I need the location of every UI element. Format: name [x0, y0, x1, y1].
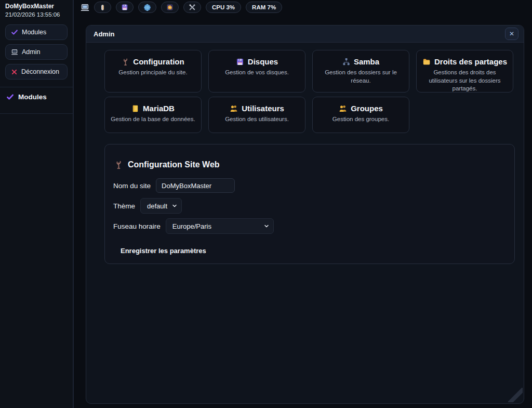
check-icon: [6, 93, 14, 101]
admin-window: Admin ✕ Configuration Gestion principale…: [86, 25, 524, 404]
card-title-text: Groupes: [351, 104, 383, 113]
computer-icon: [11, 48, 18, 56]
floppy-disk-icon: [121, 4, 128, 11]
cards-row-2: MariaDB Gestion de la base de données. U…: [104, 97, 515, 133]
card-subtitle: Gestion de la base de données.: [109, 115, 197, 124]
thermometer-button[interactable]: [94, 2, 111, 13]
sidebar-divider: [0, 113, 73, 114]
theme-label: Thème: [113, 202, 135, 210]
window-titlebar[interactable]: Admin ✕: [86, 25, 524, 43]
card-title-text: Samba: [354, 57, 379, 66]
card-subtitle: Gestion de vos disques.: [213, 69, 301, 77]
branch-icon: [114, 160, 123, 169]
card-title: Disques: [213, 57, 301, 66]
card-configuration[interactable]: Configuration Gestion principale du site…: [104, 50, 202, 93]
card-subtitle: Gestion principale du site.: [109, 69, 197, 77]
sidebar-item-label: Déconnexion: [21, 68, 59, 75]
globe-icon: [143, 4, 151, 11]
card-title: Droits des partages: [421, 57, 509, 66]
tools-icon: [189, 4, 196, 11]
timezone-select[interactable]: Europe/Paris: [166, 219, 273, 233]
card-disques[interactable]: Disques Gestion de vos disques.: [208, 50, 305, 93]
sidebar-item-admin[interactable]: Admin: [5, 44, 68, 60]
card-title-text: Droits des partages: [434, 57, 507, 66]
window-title: Admin: [94, 30, 114, 38]
disks-button[interactable]: [116, 2, 134, 13]
card-subtitle: Gestion des dossiers sur le réseau.: [317, 69, 405, 85]
card-droits-partages[interactable]: Droits des partages Gestions des droits …: [416, 50, 513, 93]
site-config-panel: Configuration Site Web Nom du site Thème…: [104, 144, 515, 264]
save-settings-button[interactable]: Enregistrer les paramètres: [121, 247, 206, 255]
folder-icon: [422, 58, 431, 65]
sidebar-section-modules: Modules: [5, 87, 68, 106]
cpu-usage-badge: CPU 3%: [206, 2, 241, 13]
app-title: DoMyBoxMaster: [5, 3, 68, 10]
card-subtitle: Gestion des utilisateurs.: [213, 115, 301, 124]
ram-usage-label: RAM 7%: [252, 4, 276, 10]
card-title: MariaDB: [109, 104, 197, 113]
users-icon: [230, 104, 238, 112]
timezone-label: Fuseau horaire: [113, 222, 161, 230]
window-body: Configuration Gestion principale du site…: [86, 43, 524, 403]
theme-select[interactable]: default: [141, 199, 181, 213]
theme-select-wrap: default: [140, 198, 182, 214]
panel-heading: Configuration Site Web: [114, 160, 504, 169]
card-title-text: Configuration: [133, 57, 184, 66]
site-name-input[interactable]: [156, 178, 235, 193]
disc-button[interactable]: [161, 2, 179, 13]
card-subtitle: Gestions des droits des utilisateurs sur…: [421, 69, 509, 93]
card-title-text: Disques: [248, 57, 278, 66]
thermometer-icon: [99, 4, 106, 11]
card-title: Configuration: [109, 57, 197, 66]
card-title-text: MariaDB: [143, 104, 175, 113]
sidebar-section-label: Modules: [18, 93, 47, 101]
site-name-row: Nom du site: [113, 178, 504, 193]
cards-row-1: Configuration Gestion principale du site…: [104, 50, 515, 93]
computer-icon[interactable]: [81, 3, 89, 12]
topbar: CPU 3% RAM 7%: [81, 1, 282, 14]
sidebar: DoMyBoxMaster 21/02/2026 13:55:06 Module…: [0, 0, 74, 408]
card-mariadb[interactable]: MariaDB Gestion de la base de données.: [104, 97, 202, 133]
close-button[interactable]: ✕: [505, 28, 518, 40]
sidebar-item-logout[interactable]: Déconnexion: [5, 64, 68, 80]
card-title-text: Utilisateurs: [242, 104, 284, 113]
tools-button[interactable]: [183, 2, 201, 13]
card-utilisateurs[interactable]: Utilisateurs Gestion des utilisateurs.: [208, 97, 305, 133]
x-icon: [11, 69, 18, 75]
timezone-row: Fuseau horaire Europe/Paris: [113, 218, 504, 234]
sidebar-item-label: Admin: [22, 48, 40, 56]
resize-handle[interactable]: [508, 388, 523, 402]
timezone-select-wrap: Europe/Paris: [166, 218, 274, 234]
ram-usage-badge: RAM 7%: [246, 2, 282, 13]
card-subtitle: Gestion des groupes.: [317, 115, 405, 124]
network-icon: [342, 58, 350, 65]
card-samba[interactable]: Samba Gestion des dossiers sur le réseau…: [312, 50, 409, 93]
card-groupes[interactable]: Groupes Gestion des groupes.: [312, 97, 409, 133]
check-icon: [11, 29, 18, 36]
close-icon: ✕: [509, 30, 514, 37]
card-title: Groupes: [317, 104, 405, 113]
card-title: Samba: [317, 57, 405, 66]
theme-row: Thème default: [113, 198, 504, 214]
notebook-icon: [131, 104, 139, 113]
floppy-disk-icon: [236, 58, 244, 66]
users-icon: [339, 104, 347, 112]
network-button[interactable]: [138, 2, 156, 13]
clock: 21/02/2026 13:55:06: [5, 11, 68, 18]
panel-heading-text: Configuration Site Web: [128, 160, 220, 169]
site-name-label: Nom du site: [113, 182, 151, 190]
sidebar-item-modules[interactable]: Modules: [5, 24, 68, 40]
card-title: Utilisateurs: [213, 104, 301, 113]
cpu-usage-label: CPU 3%: [212, 4, 235, 10]
branch-icon: [122, 58, 129, 66]
sidebar-item-label: Modules: [22, 29, 46, 36]
minidisc-icon: [166, 4, 174, 11]
